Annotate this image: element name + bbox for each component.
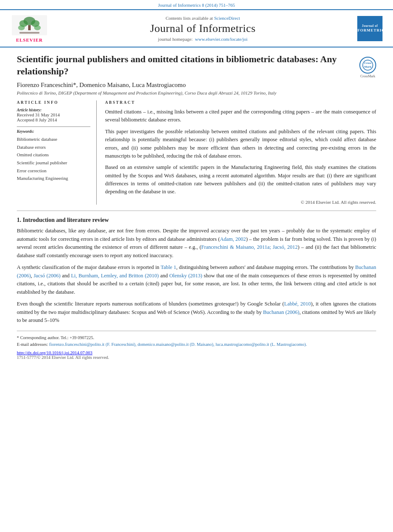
article-history-label: Article history: xyxy=(17,108,90,112)
list-item: Error correction xyxy=(17,167,90,175)
ref-adam-2002[interactable]: Adam, 2002 xyxy=(220,236,246,242)
list-item: Scientific journal publisher xyxy=(17,159,90,167)
paper-authors: Fiorenzo Franceschini*, Domenico Maisano… xyxy=(17,82,376,89)
article-history-group: Article history: Received 31 May 2014 Ac… xyxy=(17,108,90,122)
svg-text:Cross: Cross xyxy=(364,61,372,65)
elsevier-logo-block: ELSEVIER xyxy=(8,14,50,42)
journal-logo-box: Journal of INFORMETRICS xyxy=(357,16,382,41)
section-divider xyxy=(17,211,376,211)
copyright-line: © 2014 Elsevier Ltd. All rights reserved… xyxy=(105,200,376,205)
email-line: E-mail addresses: fiorenzo.franceschini@… xyxy=(17,341,376,348)
two-column-section: ARTICLE INFO Article history: Received 3… xyxy=(17,100,376,205)
info-divider xyxy=(17,126,90,127)
keywords-label: Keywords: xyxy=(17,129,90,134)
ref-labbe-2010[interactable]: Labbé, 2010 xyxy=(284,301,311,307)
ref-franceschini-maisano[interactable]: Franceschini & Maisano, 2011a; Jacsó, 20… xyxy=(201,244,298,250)
issn-line: 1751-5777/© 2014 Elsevier Ltd. All right… xyxy=(17,355,376,360)
section-1-title: 1. Introduction and literature review xyxy=(17,217,376,224)
journal-header: ELSEVIER Contents lists available at Sci… xyxy=(0,10,393,47)
logo-informetrics-line: INFORMETRICS xyxy=(353,28,388,33)
elsevier-wordmark: ELSEVIER xyxy=(16,37,43,42)
paper-title-section: Scientific journal publishers and omitte… xyxy=(17,53,376,78)
ref-table1[interactable]: Table 1 xyxy=(161,264,176,270)
accepted-date: Accepted 8 July 2014 xyxy=(17,117,90,122)
svg-text:Mark: Mark xyxy=(364,65,371,68)
logo-journal-line: Journal of xyxy=(362,24,378,28)
body-paragraph-1: Bibliometric databases, like any databas… xyxy=(17,227,376,260)
article-content: Scientific journal publishers and omitte… xyxy=(0,47,393,364)
abstract-text: Omitted citations – i.e., missing links … xyxy=(105,108,376,196)
svg-rect-4 xyxy=(28,25,31,30)
ref-buchanan-2006b[interactable]: Buchanan (2006) xyxy=(263,309,300,315)
crossmark-text: CrossMark xyxy=(360,74,375,78)
ref-olensky-2013[interactable]: Olensky (2013) xyxy=(169,273,203,279)
received-date: Received 31 May 2014 xyxy=(17,112,90,117)
abstract-p3: Based on an extensive sample of scientif… xyxy=(105,163,376,196)
journal-citation-text: Journal of Informetrics 8 (2014) 751–765 xyxy=(158,3,235,8)
list-item: Bibliometric database xyxy=(17,135,90,143)
svg-point-5 xyxy=(18,25,25,30)
body-paragraph-2: A synthetic classification of the major … xyxy=(17,263,376,297)
abstract-p1: Omitted citations – i.e., missing links … xyxy=(105,108,376,124)
list-item: Manufacturing Engineering xyxy=(17,174,90,182)
paper-title: Scientific journal publishers and omitte… xyxy=(17,53,359,77)
homepage-line: journal homepage: www.elsevier.com/locat… xyxy=(57,37,348,42)
contents-line: Contents lists available at ScienceDirec… xyxy=(57,16,348,21)
abstract-p2: This paper investigates the possible rel… xyxy=(105,128,376,161)
abstract-col: ABSTRACT Omitted citations – i.e., missi… xyxy=(105,100,376,205)
sciencedirect-link[interactable]: ScienceDirect xyxy=(214,16,240,21)
footnote-section: * Corresponding author. Tel.: +39 090722… xyxy=(17,331,376,360)
svg-point-6 xyxy=(34,25,41,30)
journal-main-title: Journal of Informetrics xyxy=(57,22,348,35)
homepage-link[interactable]: www.elsevier.com/locate/joi xyxy=(195,37,248,42)
keywords-list: Bibliometric database Database errors Om… xyxy=(17,135,90,182)
emails-link[interactable]: fiorenzo.franceschini@polito.it (F. Fran… xyxy=(49,342,307,347)
body-text: Bibliometric databases, like any databas… xyxy=(17,227,376,325)
article-info-label: ARTICLE INFO xyxy=(17,100,90,105)
svg-rect-7 xyxy=(19,32,40,34)
abstract-label: ABSTRACT xyxy=(105,100,376,105)
journal-citation-bar: Journal of Informetrics 8 (2014) 751–765 xyxy=(0,0,393,10)
corresponding-author-note: * Corresponding author. Tel.: +39 090722… xyxy=(17,334,376,341)
ref-jacso-2006[interactable]: Jacsó (2006) xyxy=(34,273,61,279)
paper-affiliation: Politecnico di Torino, DIGEP (Department… xyxy=(17,90,376,95)
journal-title-block: Contents lists available at ScienceDirec… xyxy=(57,16,348,42)
doi-line: http://dx.doi.org/10.1016/j.joi.2014.07.… xyxy=(17,350,376,355)
body-paragraph-3: Even though the scientific literature re… xyxy=(17,300,376,325)
list-item: Omitted citations xyxy=(17,151,90,159)
article-info-col: ARTICLE INFO Article history: Received 3… xyxy=(17,100,97,205)
crossmark-wrap: Cross Mark CrossMark xyxy=(359,53,376,78)
journal-logo-right: Journal of INFORMETRICS xyxy=(355,16,385,41)
email-label: E-mail addresses: xyxy=(17,342,48,347)
list-item: Database errors xyxy=(17,143,90,151)
elsevier-graphic xyxy=(11,14,48,36)
body-section-1: 1. Introduction and literature review Bi… xyxy=(17,217,376,325)
crossmark-badge: Cross Mark xyxy=(359,57,376,74)
doi-link[interactable]: http://dx.doi.org/10.1016/j.joi.2014.07.… xyxy=(17,350,92,355)
ref-li-2010[interactable]: Li, Burnham, Lemley, and Britton (2010) xyxy=(71,273,159,279)
